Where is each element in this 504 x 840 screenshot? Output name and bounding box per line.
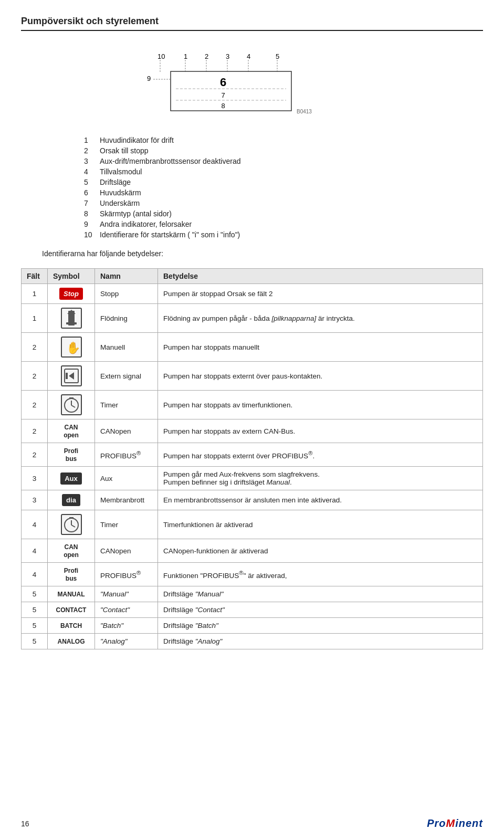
analog-symbol: ANALOG [58, 638, 85, 645]
diagram-b0413: B0413 [297, 109, 312, 114]
list-item: 5 Driftsläge [84, 178, 462, 186]
profibus2-symbol: Profibus [64, 567, 78, 582]
th-symbol: Symbol [48, 269, 95, 284]
diagram-label-6-inside: 6 [220, 76, 226, 89]
svg-line-19 [71, 525, 75, 527]
cell-falt: 4 [22, 539, 48, 563]
cell-namn: CANopen [95, 539, 158, 563]
dia-symbol: dia [62, 494, 80, 506]
cell-betydelse: Driftsläge "Contact" [158, 602, 483, 618]
list-item: 6 Huvudskärm [84, 188, 462, 197]
cell-betydelse: Pumpen har stoppats externt över PROFIBU… [158, 443, 483, 467]
cell-falt: 1 [22, 284, 48, 304]
cell-falt: 4 [22, 563, 48, 586]
diagram-label-7-inside: 7 [221, 91, 225, 99]
diagram-label-9: 9 [147, 75, 151, 82]
ext-signal-icon [61, 365, 82, 386]
cell-betydelse: CANopen-funktionen är aktiverad [158, 539, 483, 563]
cell-betydelse: Driftsläge "Manual" [158, 586, 483, 602]
cell-symbol: Aux [48, 467, 95, 490]
table-row: 3 Aux Aux Pumpen går med Aux-frekvens so… [22, 467, 483, 490]
page-title: Pumpöversikt och styrelement [21, 16, 483, 31]
cell-namn: PROFIBUS® [95, 443, 158, 467]
prominent-logo: ProMinent [427, 817, 483, 830]
identifiers-heading: Identifierarna har följande betydelser: [42, 249, 462, 258]
th-betydelse: Betydelse [158, 269, 483, 284]
svg-text:✋: ✋ [66, 341, 79, 355]
svg-marker-11 [69, 372, 74, 380]
table-row: 1 Stop Stopp Pumpen är stoppad Orsak se … [22, 284, 483, 304]
manual-symbol: MANUAL [58, 591, 85, 598]
cell-namn: Aux [95, 467, 158, 490]
cell-namn: Timer [95, 391, 158, 419]
cell-namn: Membranbrott [95, 490, 158, 510]
diagram-label-5: 5 [276, 52, 279, 60]
cell-falt: 5 [22, 586, 48, 602]
cell-namn: "Manual" [95, 586, 158, 602]
cell-falt: 3 [22, 490, 48, 510]
diagram-label-2: 2 [205, 52, 208, 60]
table-row: 2 CANopen CANopen Pumpen har stoppats av… [22, 419, 483, 443]
profibus-symbol: Profibus [64, 447, 78, 463]
cell-betydelse: Pumpen har stoppats av timerfunktionen. [158, 391, 483, 419]
stop-symbol: Stop [59, 288, 83, 300]
page: Pumpöversikt och styrelement 10 1 2 3 4 … [0, 0, 504, 840]
svg-rect-8 [66, 322, 77, 324]
cell-symbol [48, 391, 95, 419]
cell-namn: Flödning [95, 304, 158, 333]
cell-betydelse: Funktionen "PROFIBUS®" är aktiverad, [158, 563, 483, 586]
hand-icon: ✋ [61, 337, 82, 358]
cell-betydelse: Pumpen går med Aux-frekvens som slagfrek… [158, 467, 483, 490]
table-row: 2 Profibus PROFIBUS® Pumpen har stoppats… [22, 443, 483, 467]
cell-betydelse: Flödning av pumpen pågår - båda [pilknap… [158, 304, 483, 333]
diagram-label-8-inside: 8 [221, 102, 225, 110]
cell-symbol: CANopen [48, 539, 95, 563]
diagram-area: 10 1 2 3 4 5 9 6 7 [21, 47, 483, 120]
table-row: 5 BATCH "Batch" Driftsläge "Batch" [22, 618, 483, 634]
list-item: 10 Identifierare för startskärm ( "i" so… [84, 230, 462, 239]
cell-betydelse: En membranbrottssensor är ansluten men i… [158, 490, 483, 510]
svg-rect-12 [66, 373, 68, 379]
cell-falt: 2 [22, 333, 48, 362]
cell-symbol [48, 510, 95, 539]
contact-symbol: CONTACT [56, 606, 87, 614]
cell-falt: 2 [22, 362, 48, 391]
main-table: Fält Symbol Namn Betydelse 1 Stop Stopp … [21, 268, 483, 649]
cell-symbol: Profibus [48, 443, 95, 467]
table-row: 4 Timer Timerfunktionen är aktiverad [22, 510, 483, 539]
list-item: 2 Orsak till stopp [84, 146, 462, 155]
cell-falt: 2 [22, 391, 48, 419]
diagram-label-10: 10 [158, 52, 165, 60]
cell-betydelse: Driftsläge "Analog" [158, 634, 483, 649]
cell-falt: 5 [22, 634, 48, 649]
cell-betydelse: Pumpen har stoppats externt över paus-ko… [158, 362, 483, 391]
timer2-icon [61, 514, 82, 535]
table-row: 5 ANALOG "Analog" Driftsläge "Analog" [22, 634, 483, 649]
cell-symbol: Stop [48, 284, 95, 304]
th-namn: Namn [95, 269, 158, 284]
table-row: 5 MANUAL "Manual" Driftsläge "Manual" [22, 586, 483, 602]
th-falt: Fält [22, 269, 48, 284]
table-row: 2 Extern signal Pumpen har stoppats exte… [22, 362, 483, 391]
cell-symbol: dia [48, 490, 95, 510]
table-row: 2 ✋ Manuell Pumpen har stoppats manuellt [22, 333, 483, 362]
cell-namn: "Batch" [95, 618, 158, 634]
table-row: 2 Timer Pumpen har stoppats av timerfunk… [22, 391, 483, 419]
page-number: 16 [21, 820, 29, 828]
cell-falt: 5 [22, 618, 48, 634]
cell-betydelse: Pumpen har stoppats manuellt [158, 333, 483, 362]
diagram-box [171, 71, 291, 111]
list-item: 7 Underskärm [84, 199, 462, 207]
page-footer: 16 ProMinent [21, 817, 483, 830]
cell-symbol: ANALOG [48, 634, 95, 649]
diagram-label-3: 3 [226, 52, 229, 60]
timer-icon [61, 394, 82, 415]
cell-namn: CANopen [95, 419, 158, 443]
diagram-svg: 10 1 2 3 4 5 9 6 7 [142, 47, 362, 120]
list-item: 3 Aux-drift/membranbrottssensor deaktive… [84, 157, 462, 165]
cell-falt: 4 [22, 510, 48, 539]
cell-symbol [48, 304, 95, 333]
diagram-label-4: 4 [247, 52, 250, 60]
aux-symbol: Aux [60, 472, 82, 485]
flow-icon [61, 308, 82, 329]
